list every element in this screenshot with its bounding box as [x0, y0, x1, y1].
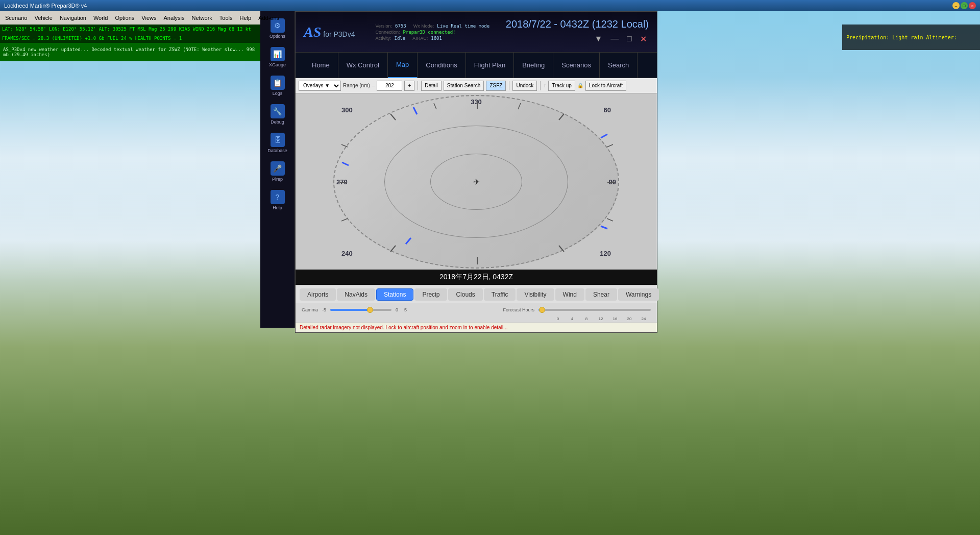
- timestamp-text: 2018年7月22日, 0432Z: [439, 273, 513, 282]
- close-button[interactable]: ×: [969, 2, 976, 9]
- as-minimize-button[interactable]: —: [608, 32, 621, 46]
- wx-mode-value: Live Real time mode: [437, 23, 489, 29]
- nav-briefing[interactable]: Briefing: [514, 53, 553, 78]
- forecast-tick-8: 8: [579, 317, 594, 321]
- menu-views[interactable]: Views: [138, 14, 159, 22]
- sidebar-item-help[interactable]: ? Help: [262, 187, 293, 213]
- xgauge-icon: 📊: [271, 47, 285, 61]
- map-area[interactable]: 330 300 270 240 60 90 120: [296, 93, 657, 270]
- title-bar-buttons: – □ ×: [952, 2, 976, 9]
- undock-button[interactable]: Undock: [512, 81, 537, 91]
- options-label: Options: [270, 34, 285, 39]
- tab-clouds[interactable]: Clouds: [448, 288, 482, 301]
- tab-navaids[interactable]: NavAids: [337, 288, 375, 301]
- lock-to-aircraft-button[interactable]: Lock to Aircraft: [585, 81, 626, 91]
- nav-search[interactable]: Search: [600, 53, 638, 78]
- sidebar-item-pirep[interactable]: 🎤 Pirep: [262, 158, 293, 185]
- svg-line-11: [341, 144, 348, 147]
- help-icon: ?: [271, 190, 285, 204]
- nav-wx-control[interactable]: Wx Control: [338, 53, 388, 78]
- svg-line-16: [406, 238, 411, 244]
- nav-home[interactable]: Home: [304, 53, 338, 78]
- svg-line-19: [601, 226, 607, 229]
- gamma-slider-fill: [330, 309, 370, 311]
- nav-conditions[interactable]: Conditions: [418, 53, 465, 78]
- svg-line-12: [341, 218, 348, 221]
- bottom-tabs: Airports NavAids Stations Precip Clouds …: [296, 285, 657, 303]
- minimize-button[interactable]: –: [952, 2, 960, 9]
- as-panel: AS for P3Dv4 Version: 6753 Wx Mode: Live…: [295, 11, 657, 333]
- tab-visibility[interactable]: Visibility: [517, 288, 554, 301]
- as-datetime: 2018/7/22 - 0432Z (1232 Local): [506, 18, 649, 30]
- title-bar-text: Lockheed Martin® Prepar3D® v4: [4, 3, 952, 9]
- forecast-tick-20: 20: [622, 317, 636, 321]
- menu-network[interactable]: Network: [188, 14, 215, 22]
- as-info-block: Version: 6753 Wx Mode: Live Real time mo…: [376, 23, 490, 41]
- version-value: 6753: [395, 23, 406, 29]
- forecast-slider-thumb[interactable]: [539, 307, 545, 313]
- station-search-button[interactable]: Station Search: [444, 81, 484, 91]
- svg-line-17: [342, 162, 349, 165]
- forecast-slider-track[interactable]: [538, 309, 651, 311]
- sidebar-item-xgauge[interactable]: 📊 XGauge: [262, 44, 293, 70]
- map-toolbar: Overlays ▼ Range (nm) – + Detail Station…: [296, 78, 657, 93]
- separator3: [540, 81, 541, 90]
- title-bar: Lockheed Martin® Prepar3D® v4 – □ ×: [0, 0, 980, 11]
- gamma-slider-track[interactable]: [330, 309, 391, 311]
- tab-precip[interactable]: Precip: [414, 288, 447, 301]
- airac-value: 1601: [431, 36, 442, 41]
- map-timestamp: 2018年7月22日, 0432Z: [296, 270, 657, 285]
- as-maximize-button[interactable]: □: [625, 32, 634, 46]
- gamma-slider-thumb[interactable]: [367, 307, 373, 313]
- sidebar-item-database[interactable]: 🗄 Database: [262, 130, 293, 156]
- forecast-ticks-row: 0 4 8 12 16 20 24: [296, 317, 657, 322]
- tab-wind[interactable]: Wind: [555, 288, 584, 301]
- database-icon: 🗄: [271, 133, 285, 147]
- coordinates-text: LAT: N28° 54.58' LON: E120° 55.12' ALT: …: [2, 27, 251, 32]
- menu-scenario[interactable]: Scenario: [2, 14, 30, 22]
- maximize-button[interactable]: □: [961, 2, 968, 9]
- as-logo-area: AS for P3Dv4: [304, 24, 355, 40]
- tab-shear[interactable]: Shear: [585, 288, 617, 301]
- detail-button[interactable]: Detail: [421, 81, 442, 91]
- gamma-min: -5: [322, 307, 326, 312]
- menu-tools[interactable]: Tools: [216, 14, 236, 22]
- tab-traffic[interactable]: Traffic: [484, 288, 516, 301]
- menu-vehicle[interactable]: Vehicle: [31, 14, 55, 22]
- pirep-icon: 🎤: [271, 161, 285, 176]
- menu-options[interactable]: Options: [112, 14, 137, 22]
- zsfz-button[interactable]: ZSFZ: [486, 81, 506, 91]
- svg-line-14: [607, 218, 613, 221]
- menu-world[interactable]: World: [90, 14, 111, 22]
- tab-stations[interactable]: Stations: [376, 288, 413, 301]
- forecast-tick-12: 12: [594, 317, 608, 321]
- as-nav-bar: Home Wx Control Map Conditions Flight Pl…: [296, 53, 657, 78]
- performance-text: FRAMES/SEC = 28.3 (UNLIMITED) +1.0 Gb FU…: [2, 36, 182, 41]
- svg-line-6: [559, 114, 564, 120]
- sidebar-item-logs[interactable]: 📋 Logs: [262, 72, 293, 99]
- sidebar-item-debug[interactable]: 🔧 Debug: [262, 101, 293, 128]
- range-plus-button[interactable]: +: [404, 81, 414, 91]
- gamma-max: 5: [404, 307, 407, 312]
- overlays-dropdown[interactable]: Overlays ▼: [299, 81, 341, 91]
- track-up-button[interactable]: Track up: [548, 81, 575, 91]
- activity-value: Idle: [395, 36, 406, 41]
- menu-addons[interactable]: Add-ons: [255, 14, 282, 22]
- menu-analysis[interactable]: Analysis: [161, 14, 188, 22]
- menu-bar: Scenario Vehicle Navigation World Option…: [0, 11, 260, 25]
- tab-airports[interactable]: Airports: [300, 288, 336, 301]
- separator1: [418, 81, 418, 90]
- as-dropdown-button[interactable]: ▼: [592, 32, 604, 46]
- menu-help[interactable]: Help: [237, 14, 255, 22]
- forecast-tick-0: 0: [551, 317, 565, 321]
- nav-flight-plan[interactable]: Flight Plan: [466, 53, 514, 78]
- tab-warnings[interactable]: Warnings: [618, 288, 659, 301]
- forecast-tick-labels-row: 0 4 8 12 16 20 24: [551, 317, 651, 321]
- menu-navigation[interactable]: Navigation: [57, 14, 89, 22]
- svg-line-15: [413, 107, 417, 114]
- nav-scenarios[interactable]: Scenarios: [553, 53, 600, 78]
- range-input[interactable]: [377, 81, 402, 91]
- nav-map[interactable]: Map: [388, 53, 418, 78]
- as-close-button[interactable]: ✕: [638, 32, 649, 46]
- logs-label: Logs: [273, 91, 283, 96]
